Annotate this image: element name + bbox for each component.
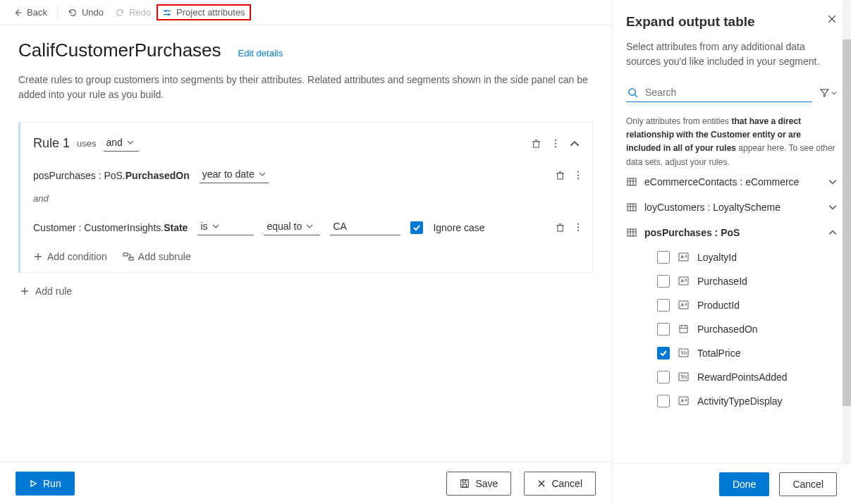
add-condition-button[interactable]: Add condition [33, 251, 107, 262]
panel-done-button[interactable]: Done [719, 472, 769, 496]
back-button[interactable]: Back [7, 4, 53, 20]
type-icon [678, 300, 689, 309]
condition-joiner: and [33, 193, 580, 204]
redo-icon [115, 8, 125, 18]
type-icon [678, 348, 689, 357]
svg-point-1 [555, 140, 556, 141]
undo-button[interactable]: Undo [62, 4, 109, 20]
entity-row[interactable]: loyCustomers : LoyaltyScheme [626, 195, 837, 220]
attribute-label: LoyaltyId [697, 252, 737, 263]
condition-more-button[interactable] [577, 170, 580, 180]
main-content: CalifCustomerPurchases Edit details Crea… [0, 25, 611, 462]
chevron-icon [828, 203, 837, 211]
panel-scroll-thumb[interactable] [843, 39, 851, 406]
attribute-row[interactable]: TotalPrice [626, 341, 837, 365]
page-title: CalifCustomerPurchases [18, 39, 221, 61]
panel-close-button[interactable] [827, 14, 837, 24]
collapse-rule-button[interactable] [570, 139, 580, 149]
cancel-button[interactable]: Cancel [524, 472, 596, 496]
condition-operator1-dropdown[interactable]: is [197, 219, 254, 235]
panel-scrollbar[interactable] [843, 0, 851, 463]
plus-icon [20, 286, 30, 296]
add-rule-button[interactable]: Add rule [18, 285, 593, 297]
svg-point-11 [577, 230, 579, 231]
play-icon [29, 479, 37, 488]
panel-hint: Only attributes from entities that have … [626, 115, 837, 169]
chevron-down-icon [127, 139, 134, 146]
attribute-row[interactable]: ProductId [626, 293, 837, 317]
attribute-row[interactable]: ActivityTypeDisplay [626, 389, 837, 413]
search-icon [627, 87, 638, 98]
ignore-case-checkbox[interactable] [410, 221, 423, 234]
svg-rect-12 [123, 253, 128, 256]
attribute-row[interactable]: PurchasedOn [626, 317, 837, 341]
attribute-checkbox[interactable] [657, 347, 670, 359]
svg-rect-4 [558, 173, 563, 179]
svg-point-5 [577, 171, 579, 173]
side-panel: Expand output table Select attributes fr… [611, 0, 851, 504]
redo-button[interactable]: Redo [109, 4, 157, 20]
svg-rect-18 [627, 178, 636, 185]
plus-icon [33, 252, 43, 262]
svg-point-6 [577, 174, 579, 176]
svg-rect-13 [129, 257, 133, 260]
condition-row: Customer : CustomerInsights.State is equ… [33, 219, 580, 235]
toolbar-divider [57, 6, 58, 20]
rule-card: Rule 1 uses and posPurchases : [18, 122, 593, 273]
table-icon [626, 176, 637, 188]
svg-rect-8 [558, 226, 563, 231]
condition-attribute: posPurchases : PoS.PurchasedOn [33, 170, 190, 181]
entity-row[interactable]: posPurchases : PoS [626, 220, 837, 245]
attribute-row[interactable]: RewardPointsAdded [626, 365, 837, 389]
page-description: Create rules to group customers into seg… [18, 73, 593, 102]
condition-operator2-dropdown[interactable]: equal to [264, 219, 320, 235]
attribute-label: PurchasedOn [697, 324, 758, 335]
svg-point-7 [577, 178, 579, 179]
chevron-down-icon [212, 223, 219, 230]
chevron-down-icon [831, 90, 837, 96]
condition-row: posPurchases : PoS.PurchasedOn year to d… [33, 167, 580, 183]
attribute-label: ActivityTypeDisplay [697, 395, 783, 407]
attribute-row[interactable]: LoyaltyId [626, 245, 837, 269]
condition-more-button[interactable] [577, 222, 580, 233]
attribute-label: PurchaseId [697, 276, 747, 287]
svg-rect-16 [463, 479, 466, 482]
rule-more-button[interactable] [554, 138, 557, 149]
panel-search-input[interactable] [644, 86, 811, 99]
save-button[interactable]: Save [446, 472, 511, 496]
type-icon [678, 276, 689, 285]
filter-icon [819, 87, 830, 98]
delete-condition-button[interactable] [555, 222, 565, 233]
condition-value-input[interactable]: CA [330, 219, 400, 235]
run-button[interactable]: Run [16, 472, 75, 496]
project-attributes-button[interactable]: Project attributes [157, 4, 251, 20]
back-label: Back [27, 7, 47, 18]
project-attributes-icon [162, 8, 172, 18]
condition-attribute: Customer : CustomerInsights.State [33, 222, 188, 233]
panel-search-box[interactable] [626, 83, 812, 102]
delete-condition-button[interactable] [555, 170, 565, 180]
entity-label: loyCustomers : LoyaltyScheme [644, 202, 780, 213]
attribute-checkbox[interactable] [657, 275, 670, 288]
attribute-row[interactable]: PurchaseId [626, 269, 837, 293]
type-icon [678, 324, 689, 333]
attribute-checkbox[interactable] [657, 251, 670, 264]
panel-title: Expand output table [626, 14, 755, 30]
attribute-checkbox[interactable] [657, 371, 670, 383]
svg-point-3 [555, 146, 556, 147]
rule-operator-dropdown[interactable]: and [104, 135, 139, 152]
attribute-checkbox[interactable] [657, 323, 670, 336]
svg-point-17 [629, 88, 635, 94]
condition-operator-dropdown[interactable]: year to date [200, 167, 269, 183]
page-footer: Run Save Cancel [0, 462, 611, 504]
add-subrule-button[interactable]: Add subrule [123, 251, 191, 262]
rule-name: Rule 1 [33, 136, 70, 151]
edit-details-link[interactable]: Edit details [238, 48, 283, 59]
delete-rule-button[interactable] [531, 138, 541, 149]
entity-row[interactable]: eCommerceContacts : eCommerce [626, 169, 837, 195]
attribute-checkbox[interactable] [657, 299, 670, 312]
attribute-checkbox[interactable] [657, 395, 670, 407]
panel-filter-button[interactable] [819, 87, 837, 98]
panel-cancel-button[interactable]: Cancel [779, 472, 837, 496]
panel-subtitle: Select attributes from any additional da… [626, 39, 837, 69]
